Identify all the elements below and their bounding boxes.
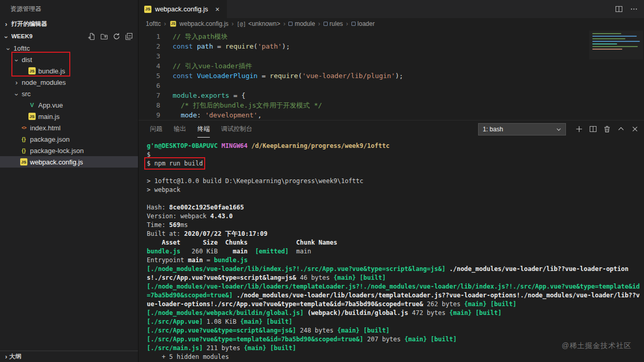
terminal-line: Version: webpack 4.43.0 bbox=[147, 212, 641, 221]
line-number: 7 bbox=[139, 90, 160, 100]
terminal-text bbox=[303, 309, 307, 316]
tree-item-main-js[interactable]: JSmain.js bbox=[0, 111, 138, 122]
breadcrumb-item-5[interactable]: loader bbox=[351, 20, 375, 27]
tree-item-dist[interactable]: ›dist bbox=[0, 54, 138, 65]
breadcrumb-separator-icon: › bbox=[283, 20, 285, 27]
maximize-panel-icon[interactable] bbox=[617, 125, 625, 133]
split-editor-icon[interactable] bbox=[615, 5, 623, 13]
terminal-text: $ npm run build bbox=[147, 160, 203, 167]
breadcrumb-item-2[interactable]: [@]<unknown> bbox=[237, 20, 280, 27]
code-line[interactable]: 6 bbox=[139, 81, 644, 90]
new-terminal-icon[interactable] bbox=[575, 125, 583, 133]
code-token: 'vue-loader/lib/plugin' bbox=[302, 72, 395, 80]
terminal-shell-selector[interactable]: 1: bash bbox=[478, 123, 566, 135]
code-line[interactable]: 2const path = require('path'); bbox=[139, 41, 644, 51]
close-panel-icon[interactable] bbox=[631, 125, 639, 133]
close-icon[interactable]: × bbox=[213, 5, 222, 13]
tree-item-label: package.json bbox=[30, 135, 70, 143]
js-file-icon: JS bbox=[28, 113, 36, 120]
breadcrumb-item-3[interactable]: module bbox=[288, 20, 315, 27]
tree-item-index-html[interactable]: <>index.html bbox=[0, 122, 138, 133]
html-file-icon: <> bbox=[20, 124, 28, 132]
panel-tab-problems[interactable]: 问题 bbox=[150, 120, 162, 138]
minimap[interactable] bbox=[589, 31, 643, 59]
code-line[interactable]: 5const VueLoaderPlugin = require('vue-lo… bbox=[139, 71, 644, 81]
code-token: /* 打包后的bundle.js文件用于开发模式 */ bbox=[173, 101, 322, 109]
code-line[interactable]: 3 bbox=[139, 51, 644, 61]
refresh-icon[interactable] bbox=[113, 33, 120, 40]
tree-item-webpack-config-js[interactable]: JSwebpack.config.js bbox=[0, 156, 138, 168]
tree-item-node-modules[interactable]: ›node_modules bbox=[0, 77, 138, 88]
vue-file-icon: V bbox=[28, 101, 36, 109]
more-actions-icon[interactable] bbox=[630, 5, 638, 13]
open-editors-header[interactable]: › 打开的编辑器 bbox=[0, 18, 138, 30]
kill-terminal-icon[interactable] bbox=[603, 125, 611, 133]
terminal-text: 207 bytes bbox=[363, 336, 404, 343]
chevron-down-icon bbox=[555, 126, 562, 133]
split-terminal-icon[interactable] bbox=[589, 125, 597, 133]
breadcrumb-label: rules bbox=[330, 20, 343, 27]
code-line[interactable]: 4// 引入vue-loader插件 bbox=[139, 61, 644, 71]
new-file-icon[interactable] bbox=[88, 33, 96, 40]
tree-item-bundle-js[interactable]: JSbundle.js bbox=[0, 65, 138, 77]
terminal-text bbox=[356, 274, 360, 281]
code-line[interactable]: 8 /* 打包后的bundle.js文件用于开发模式 */ bbox=[139, 100, 644, 110]
breadcrumb-item-4[interactable]: rules bbox=[324, 20, 343, 27]
tab-webpack-config-js[interactable]: JS webpack.config.js × bbox=[139, 0, 227, 18]
outline-section[interactable]: › 大纲 bbox=[0, 351, 138, 362]
tree-item-1ofttc[interactable]: ›1ofttc bbox=[0, 42, 138, 54]
code-line[interactable]: 9 mode: 'development', bbox=[139, 110, 644, 120]
tree-item-label: App.vue bbox=[38, 101, 63, 109]
terminal-text: [built] bbox=[490, 300, 517, 308]
code-token: . bbox=[197, 92, 201, 99]
code-token: = bbox=[257, 72, 269, 80]
panel-header: 问题输出终端调试控制台 1: bash bbox=[139, 120, 644, 138]
collapse-all-icon[interactable] bbox=[125, 33, 133, 40]
terminal-text: 472 bytes bbox=[408, 309, 449, 316]
breadcrumb-separator-icon: › bbox=[232, 20, 234, 27]
symbol-unknown-icon: [@] bbox=[237, 21, 246, 27]
tree-item-label: package-lock.json bbox=[30, 147, 84, 155]
terminal-text: Hash: bbox=[147, 204, 169, 211]
tree-item-app-vue[interactable]: VApp.vue bbox=[0, 99, 138, 111]
explorer-title: 资源管理器 bbox=[0, 0, 138, 18]
code-token: 'path' bbox=[257, 42, 282, 50]
code-token: path bbox=[197, 42, 213, 50]
panel-tab-terminal[interactable]: 终端 bbox=[197, 120, 210, 138]
terminal-text: main bbox=[289, 248, 311, 255]
line-number: 6 bbox=[139, 81, 160, 90]
tree-item-label: dist bbox=[22, 56, 32, 64]
terminal-line: Time: 569ms bbox=[147, 221, 641, 230]
panel-tab-debug-console[interactable]: 调试控制台 bbox=[221, 120, 252, 138]
tree-item-package-lock-json[interactable]: {}package-lock.json bbox=[0, 145, 138, 156]
tree-item-src[interactable]: ›src bbox=[0, 88, 138, 99]
breadcrumb-item-1[interactable]: JSwebpack.config.js bbox=[169, 20, 228, 27]
minimap-line bbox=[592, 36, 637, 37]
code-text: const VueLoaderPlugin = require('vue-loa… bbox=[173, 71, 403, 81]
panel-tab-output[interactable]: 输出 bbox=[174, 120, 186, 138]
terminal-text: /d/KeepLearning/progress/week9/1ofttc bbox=[251, 142, 389, 149]
explorer-toolbar bbox=[88, 33, 138, 40]
terminal-text: [built] bbox=[363, 327, 390, 334]
terminal-text: [./node_modules/webpack/buildin/global.j… bbox=[147, 309, 303, 316]
code-editor[interactable]: 1// 导入path模块2const path = require('path'… bbox=[139, 29, 644, 120]
terminal-line: g'n@DESKTOP-0BAPUVC MINGW64 /d/KeepLearn… bbox=[147, 142, 641, 150]
code-line[interactable]: 1// 导入path模块 bbox=[139, 32, 644, 41]
terminal-text: Asset Size Chunks Chunk Names bbox=[147, 239, 337, 246]
chevron-right-icon: › bbox=[3, 20, 9, 28]
terminal-output[interactable]: g'n@DESKTOP-0BAPUVC MINGW64 /d/KeepLearn… bbox=[139, 138, 644, 362]
terminal-text: > webpack bbox=[147, 186, 180, 193]
breadcrumb-item-0[interactable]: 1ofttc bbox=[146, 20, 161, 27]
new-folder-icon[interactable] bbox=[100, 33, 108, 40]
chevron-down-icon: › bbox=[5, 46, 12, 52]
js-file-icon: JS bbox=[20, 158, 27, 165]
terminal-line: > webpack bbox=[147, 186, 641, 194]
vscode-window: 资源管理器 › 打开的编辑器 › WEEK9 ›1ofttc›distJSbun… bbox=[0, 0, 644, 362]
terminal-line: Asset Size Chunks Chunk Names bbox=[147, 238, 641, 247]
tree-item-label: src bbox=[22, 90, 30, 98]
code-line[interactable]: 7module.exports = { bbox=[139, 90, 644, 100]
terminal-text: ms bbox=[180, 221, 188, 229]
tree-item-package-json[interactable]: {}package.json bbox=[0, 133, 138, 145]
code-text bbox=[173, 81, 177, 90]
workspace-header[interactable]: › WEEK9 bbox=[0, 30, 138, 42]
